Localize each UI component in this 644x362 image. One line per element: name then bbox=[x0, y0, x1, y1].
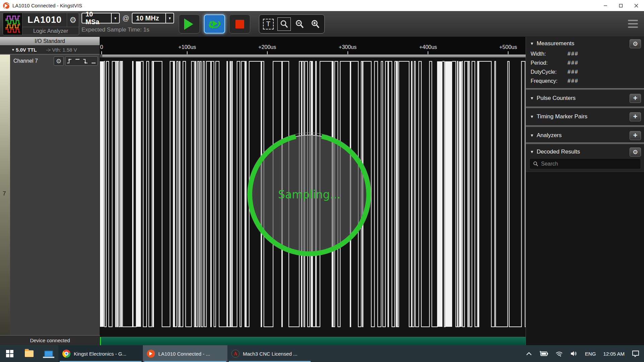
minimize-button[interactable] bbox=[598, 0, 613, 11]
zoom-select-tool-button[interactable] bbox=[277, 17, 291, 31]
wifi-icon[interactable] bbox=[555, 351, 563, 357]
ruler-tick-mark bbox=[347, 51, 348, 54]
text-select-tool-button[interactable]: T bbox=[262, 17, 275, 31]
pc-app-button[interactable] bbox=[39, 345, 58, 362]
t-select-icon: T bbox=[263, 19, 274, 29]
trigger-falling-edge-icon[interactable] bbox=[82, 57, 90, 65]
expected-sample-time: Expected Sample Time: 1s bbox=[82, 26, 174, 33]
pulse-counters-title: Pulse Counters bbox=[537, 95, 630, 102]
task-label: Kingst Electronics - G... bbox=[74, 351, 126, 357]
taskbar-task-chrome[interactable]: Kingst Electronics - G... bbox=[58, 345, 143, 362]
windows-taskbar: Kingst Electronics - G... LA1010 Connect… bbox=[0, 345, 644, 362]
device-box: LA1010 ⚙ Logic Analyzer bbox=[3, 13, 79, 35]
trigger-high-level-icon[interactable] bbox=[73, 57, 82, 65]
measurements-header[interactable]: ▼ Measurements ⚙ bbox=[526, 38, 644, 50]
section-divider bbox=[526, 142, 644, 144]
stop-capture-button[interactable] bbox=[229, 14, 250, 34]
sample-count-dropdown[interactable]: 10 MSa ▼ bbox=[82, 13, 120, 23]
chevron-down-icon[interactable]: ▼ bbox=[111, 13, 119, 23]
decoded-results-header[interactable]: ▼ Decoded Results ⚙ bbox=[526, 146, 644, 158]
search-placeholder: Search bbox=[541, 161, 558, 167]
ruler-tick-label: +500us bbox=[499, 44, 517, 50]
start-capture-button[interactable] bbox=[179, 14, 200, 34]
add-timing-marker-button[interactable]: + bbox=[630, 112, 641, 121]
measurement-row: DutyCycle:### bbox=[531, 69, 641, 78]
speaker-icon[interactable] bbox=[570, 351, 578, 357]
sampling-progress-overlay: Sampling... bbox=[247, 132, 371, 256]
chevron-down-icon[interactable]: ▼ bbox=[165, 13, 173, 23]
add-pulse-counter-button[interactable]: + bbox=[630, 94, 641, 103]
time-ruler[interactable]: 0+100us+200us+300us+400us+500us bbox=[100, 37, 526, 54]
channel-row[interactable]: Channel 7 ⚙ bbox=[10, 55, 100, 67]
ruler-tick-mark bbox=[101, 51, 102, 54]
file-explorer-button[interactable] bbox=[19, 345, 39, 362]
waveform-view[interactable]: Sampling... bbox=[100, 58, 526, 337]
decoded-results-search-input[interactable]: Search bbox=[529, 158, 641, 169]
menu-hamburger-icon[interactable] bbox=[628, 20, 638, 30]
voltage-standard-row[interactable]: ▼ 5.0V TTL -> Vth: 1.58 V bbox=[0, 46, 100, 55]
at-symbol: @ bbox=[122, 14, 129, 22]
clock[interactable]: 12:05 AM bbox=[603, 351, 625, 357]
measurement-row: Width:### bbox=[531, 51, 641, 60]
toolbar: LA1010 ⚙ Logic Analyzer 10 MSa ▼ @ 10 MH… bbox=[0, 11, 644, 37]
sample-count-value: 10 MSa bbox=[82, 10, 111, 26]
repeated-capture-button[interactable] bbox=[204, 14, 225, 34]
main-area: I/O Standard ▼ 5.0V TTL -> Vth: 1.58 V 7… bbox=[0, 37, 644, 345]
trigger-low-level-icon[interactable] bbox=[90, 57, 98, 65]
close-button[interactable] bbox=[629, 0, 644, 11]
ruler-tick-label: +100us bbox=[178, 44, 196, 50]
device-subtitle: Logic Analyzer bbox=[22, 27, 79, 35]
language-indicator[interactable]: ENG bbox=[585, 351, 596, 357]
measurement-row: Frequency:### bbox=[531, 78, 641, 87]
ruler-tick-mark bbox=[428, 51, 428, 54]
analyzers-header[interactable]: ▼ Analyzers + bbox=[526, 129, 644, 141]
zoom-out-button[interactable] bbox=[293, 17, 306, 31]
capture-progress-bar bbox=[100, 337, 526, 345]
timing-marker-pairs-header[interactable]: ▼ Timing Marker Pairs + bbox=[526, 111, 644, 123]
maximize-button[interactable] bbox=[613, 0, 629, 11]
caret-down-icon: ▼ bbox=[530, 114, 534, 119]
analyzers-title: Analyzers bbox=[537, 132, 630, 139]
side-panel: ▼ Measurements ⚙ Width:### Period:### Du… bbox=[526, 37, 644, 345]
system-tray: ENG 12:05 AM bbox=[526, 345, 644, 362]
io-standard-header[interactable]: I/O Standard bbox=[0, 37, 100, 46]
folder-icon bbox=[25, 350, 34, 357]
measurement-row: Period:### bbox=[531, 60, 641, 69]
trigger-rising-edge-icon[interactable] bbox=[65, 57, 73, 65]
channel-settings-gear-icon[interactable]: ⚙ bbox=[54, 56, 64, 66]
chrome-icon bbox=[62, 350, 70, 358]
decoded-results-list bbox=[526, 172, 644, 345]
section-divider bbox=[526, 88, 644, 90]
tray-chevron-up-icon[interactable] bbox=[526, 352, 532, 356]
pulse-counters-header[interactable]: ▼ Pulse Counters + bbox=[526, 92, 644, 104]
device-settings-gear-icon[interactable]: ⚙ bbox=[67, 13, 79, 27]
action-center-icon[interactable] bbox=[632, 350, 639, 357]
laptop-icon bbox=[44, 351, 53, 357]
battery-charging-icon[interactable] bbox=[539, 351, 548, 356]
channel-label: Channel 7 bbox=[13, 58, 54, 64]
taskbar-task-kingstvis[interactable]: LA1010 Connected - ... bbox=[143, 345, 227, 362]
windows-logo-icon bbox=[6, 350, 13, 357]
zoom-in-button[interactable] bbox=[309, 17, 322, 31]
caret-down-icon: ▼ bbox=[530, 133, 534, 138]
sample-rate-dropdown[interactable]: 10 MHz ▼ bbox=[132, 13, 174, 23]
titlebar: LA1010 Connected - KingstVIS bbox=[0, 0, 644, 11]
horizontal-scrollbar[interactable] bbox=[100, 54, 526, 58]
channel-panel: I/O Standard ▼ 5.0V TTL -> Vth: 1.58 V 7… bbox=[0, 37, 100, 345]
task-label: LA1010 Connected - ... bbox=[158, 351, 210, 357]
ruler-tick-label: +200us bbox=[258, 44, 276, 50]
kingstvis-icon bbox=[147, 350, 155, 358]
caret-down-icon: ▼ bbox=[530, 149, 534, 154]
start-button[interactable] bbox=[0, 345, 19, 362]
logic-waves-icon bbox=[3, 13, 22, 35]
window-title: LA1010 Connected - KingstVIS bbox=[12, 3, 82, 8]
magnifier-icon bbox=[280, 20, 288, 28]
ruler-tick-label: +300us bbox=[339, 44, 357, 50]
ruler-tick-label: 0 bbox=[100, 44, 103, 50]
decoded-results-settings-gear-icon[interactable]: ⚙ bbox=[630, 147, 641, 157]
measurements-settings-gear-icon[interactable]: ⚙ bbox=[630, 39, 641, 48]
section-divider bbox=[526, 125, 644, 127]
taskbar-task-mach3[interactable]: A Mach3 CNC Licensed ... bbox=[227, 345, 312, 362]
add-analyzer-button[interactable]: + bbox=[630, 131, 641, 140]
stop-icon bbox=[235, 20, 244, 28]
